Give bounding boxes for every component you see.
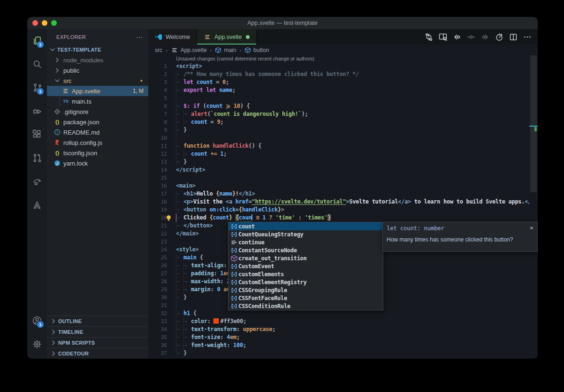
line-number: 20 bbox=[148, 214, 167, 222]
line-number: 8 bbox=[148, 118, 167, 126]
run-timer-icon[interactable] bbox=[494, 31, 505, 43]
activity-extensions-icon[interactable] bbox=[27, 123, 47, 146]
open-preview-icon[interactable] bbox=[437, 31, 449, 43]
suggest-item-customelements[interactable]: customElements bbox=[229, 270, 383, 278]
chevron-down-icon bbox=[53, 77, 61, 84]
tree-item--gitignore[interactable]: .gitignore bbox=[47, 106, 148, 117]
chevron-right-icon bbox=[50, 339, 57, 347]
close-window-button[interactable] bbox=[32, 20, 38, 26]
sidebar-section-npm-scripts[interactable]: NPM SCRIPTS bbox=[47, 337, 148, 348]
line-content bbox=[176, 134, 183, 142]
suggest-item-create_out_transition[interactable]: create_out_transition bbox=[229, 254, 383, 262]
nav-back-icon[interactable] bbox=[451, 31, 463, 43]
suggest-item-constantsourcenode[interactable]: ConstantSourceNode bbox=[229, 246, 383, 254]
maximize-window-button[interactable] bbox=[51, 20, 57, 26]
line-number: 25 bbox=[148, 254, 167, 262]
tree-item-node-modules[interactable]: node_modules bbox=[47, 55, 148, 65]
tree-item-public[interactable]: public bbox=[47, 65, 148, 75]
suggest-item-label: continue bbox=[238, 239, 264, 246]
suggest-item-continue[interactable]: continue bbox=[229, 238, 383, 246]
line-number: 24 bbox=[148, 246, 167, 254]
tree-item-package-json[interactable]: {}package.json bbox=[47, 117, 148, 127]
activity-live-share-icon[interactable] bbox=[27, 170, 47, 193]
line-content: count += 1; bbox=[176, 150, 227, 158]
indent-guide bbox=[176, 102, 183, 110]
activity-account-icon[interactable]: 1 bbox=[27, 309, 47, 332]
tab-label: App.svelte bbox=[214, 34, 242, 40]
git-status-badge: 1, M bbox=[133, 88, 144, 94]
workspace-root-row[interactable]: TEST-TEMPLATE bbox=[47, 45, 148, 55]
tree-item-tsconfig-json[interactable]: {}tsconfig.json bbox=[47, 148, 148, 158]
activity-run-debug-icon[interactable] bbox=[27, 99, 47, 123]
tree-item-readme-md[interactable]: README.md bbox=[47, 127, 148, 137]
color-swatch bbox=[213, 318, 219, 324]
line-number: 13 bbox=[148, 158, 167, 166]
activity-badge: 1 bbox=[37, 321, 44, 328]
sidebar-more-icon[interactable]: ⋯ bbox=[136, 33, 143, 41]
breadcrumb-label: App.svelte bbox=[181, 47, 207, 53]
line-content bbox=[176, 94, 183, 102]
unsaved-dot bbox=[246, 35, 250, 39]
scrollbar-thumb[interactable] bbox=[530, 55, 537, 192]
suggest-item-cssfontfacerule[interactable]: CSSFontFaceRule bbox=[229, 294, 383, 302]
compare-changes-icon[interactable] bbox=[423, 31, 434, 43]
suggest-item-countqueuingstrategy[interactable]: CountQueuingStrategy bbox=[229, 230, 383, 238]
code-line-12: 12count += 1; bbox=[148, 150, 538, 158]
tab-app-svelte[interactable]: App.svelte bbox=[197, 29, 257, 45]
suggest-item-count[interactable]: count bbox=[229, 222, 383, 230]
activity-explorer-icon[interactable]: 1 bbox=[27, 29, 47, 53]
breadcrumb-item-app-svelte[interactable]: App.svelte bbox=[171, 46, 207, 54]
minimize-window-button[interactable] bbox=[42, 20, 47, 26]
line-content: </main> bbox=[176, 230, 198, 238]
indent-guide bbox=[176, 349, 183, 357]
line-number: 9 bbox=[148, 126, 167, 134]
symbol-variable-icon bbox=[230, 279, 238, 286]
file-lines-icon bbox=[171, 46, 178, 54]
close-icon[interactable]: × bbox=[530, 224, 534, 231]
activity-search-icon[interactable] bbox=[27, 53, 47, 76]
code-line-14: 14</script> bbox=[148, 166, 538, 174]
activity-source-control-icon[interactable]: 1 bbox=[27, 76, 47, 99]
sidebar-section-codetour[interactable]: CODETOUR bbox=[47, 348, 148, 359]
split-editor-icon[interactable] bbox=[508, 31, 519, 43]
breadcrumb-item-src[interactable]: src bbox=[155, 47, 162, 53]
line-content: /** How many times has someone clicked t… bbox=[176, 70, 359, 78]
code-line-33: 33color: #ff3e00; bbox=[148, 317, 538, 325]
line-number: 19 bbox=[148, 206, 167, 214]
line-number: 22 bbox=[148, 230, 167, 238]
sidebar-section-outline[interactable]: OUTLINE bbox=[47, 316, 148, 326]
breadcrumb-item-button[interactable]: button bbox=[244, 47, 269, 53]
tree-item-main-ts[interactable]: TSmain.ts bbox=[47, 96, 148, 106]
more-actions-icon[interactable] bbox=[522, 31, 533, 43]
code-line-15: 15 bbox=[148, 174, 538, 182]
suggest-item-customevent[interactable]: CustomEvent bbox=[229, 262, 383, 270]
suggest-item-customelementregistry[interactable]: CustomElementRegistry bbox=[229, 278, 383, 286]
tree-item-src[interactable]: src● bbox=[47, 75, 148, 86]
indent-guide bbox=[183, 325, 191, 333]
activity-azure-icon[interactable] bbox=[27, 193, 47, 217]
tab-welcome[interactable]: Welcome bbox=[148, 29, 197, 45]
suggest-item-cssgroupingrule[interactable]: CSSGroupingRule bbox=[229, 286, 383, 294]
activity-github-pr-icon[interactable] bbox=[27, 146, 47, 170]
suggest-item-cssconditionrule[interactable]: CSSConditionRule bbox=[229, 302, 383, 310]
code-editor[interactable]: Unsaved changes (cannot determine recent… bbox=[148, 55, 538, 359]
tab-bar: WelcomeApp.svelte bbox=[148, 29, 538, 45]
breadcrumb-item-main[interactable]: main bbox=[215, 47, 236, 53]
modified-dot: ● bbox=[140, 78, 143, 83]
tree-item-rollup-config-js[interactable]: rollup.config.js bbox=[47, 137, 148, 148]
code-line-2: 2/** How many times has someone clicked … bbox=[148, 70, 538, 78]
nav-forward-icon[interactable] bbox=[480, 31, 491, 43]
line-content: } bbox=[176, 126, 187, 134]
indent-guide bbox=[183, 317, 191, 325]
sidebar-section-timeline[interactable]: TIMELINE bbox=[47, 326, 148, 337]
line-number: 33 bbox=[148, 317, 167, 325]
tree-item-app-svelte[interactable]: App.svelte1, M bbox=[47, 86, 148, 96]
activity-settings-gear-icon[interactable] bbox=[27, 332, 47, 356]
indent-guide bbox=[176, 309, 183, 317]
tree-item-yarn-lock[interactable]: yarn.lock bbox=[47, 158, 148, 168]
tree-item-label: tsconfig.json bbox=[63, 150, 97, 157]
suggest-item-label: customElements bbox=[238, 271, 284, 278]
tree-item-label: README.md bbox=[63, 129, 99, 136]
vscode-logo-icon bbox=[155, 33, 162, 41]
nav-circle-icon[interactable] bbox=[465, 31, 477, 43]
